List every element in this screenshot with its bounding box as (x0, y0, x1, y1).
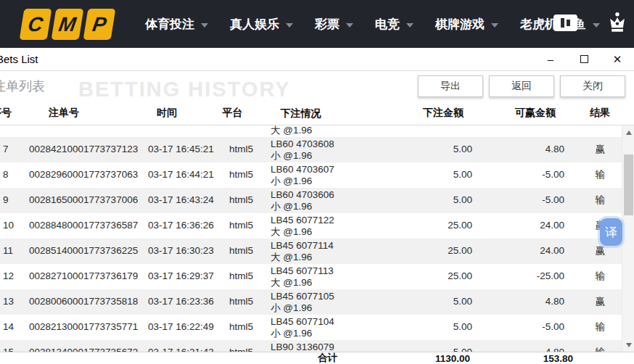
header-win-amount: 可赢金额 (464, 107, 556, 120)
bet-detail-line1: LB45 6077122 (271, 215, 377, 226)
window-title: Bets List (0, 53, 38, 65)
cell-serial: 7 (0, 137, 29, 162)
table-row: 13 00280060001773735818 03-17 16:23:36 h… (0, 289, 622, 315)
translate-bubble-icon[interactable]: 译 (600, 218, 622, 246)
scroll-up-button[interactable] (622, 127, 634, 138)
header-platform: 平台 (209, 107, 256, 120)
cell-platform: html5 (218, 162, 265, 188)
cell-time: 03-17 16:29:37 (145, 264, 218, 289)
chevron-down-icon (406, 23, 413, 28)
cell-platform (218, 125, 265, 137)
cell-bet-detail: LB60 4703607 小 @1.96 (265, 162, 377, 188)
scroll-down-button[interactable] (622, 339, 634, 350)
cell-result: 输 (564, 264, 622, 289)
cell-serial (0, 125, 29, 137)
cell-serial: 13 (0, 289, 29, 315)
bet-detail-line1: LB45 6077105 (271, 291, 377, 302)
cell-win-amount (472, 125, 564, 137)
cell-time: 03-17 16:22:49 (145, 315, 218, 340)
logo-letter-box: C (20, 9, 52, 40)
cell-platform: html5 (218, 264, 265, 289)
cell-win-amount: 24.00 (472, 213, 564, 239)
maximize-icon (580, 55, 588, 63)
menu-label: 棋牌游戏 (435, 16, 485, 33)
bet-detail-line2: 小 @1.96 (271, 302, 377, 314)
bet-detail-line1: LB45 6077113 (271, 265, 377, 277)
cell-serial: 9 (0, 188, 29, 213)
table-footer-row: 合计 1130.00 153.80 (0, 352, 634, 364)
cell-bet-number: 00281340001773735672 (29, 340, 145, 352)
close-button[interactable]: 关闭 (560, 75, 625, 97)
export-button[interactable]: 导出 (418, 75, 483, 97)
cell-time (145, 125, 218, 137)
cell-win-amount: 4.80 (472, 137, 564, 162)
bet-detail-line2: 大 @1.96 (271, 277, 377, 289)
minimize-button[interactable]: – (534, 48, 567, 70)
cell-time: 03-17 16:21:43 (145, 340, 218, 352)
cell-time: 03-17 16:43:24 (145, 188, 218, 213)
table-row: 8 00282960001773737063 03-17 16:44:21 ht… (0, 162, 622, 188)
cell-bet-amount: 5.00 (377, 188, 472, 213)
cell-bet-number: 00280060001773735818 (29, 289, 145, 315)
cell-bet-detail: LB45 6077104 小 @1.96 (265, 315, 377, 340)
chevron-down-icon (201, 23, 208, 28)
table-row: 大 @1.96 (0, 125, 622, 137)
cell-bet-amount: 25.00 (377, 264, 472, 289)
cell-bet-detail: LB60 4703606 小 @1.96 (265, 188, 377, 213)
cell-bet-detail: LB45 6077113 大 @1.96 (265, 264, 377, 289)
main-menu: 体育投注 真人娱乐 彩票 电竞 棋牌游戏 老虎机·捕鱼 (145, 16, 622, 33)
vertical-scrollbar[interactable] (622, 125, 634, 352)
cell-platform: html5 (218, 315, 265, 340)
cmp-logo[interactable]: C M P (22, 9, 118, 40)
cell-bet-amount: 25.00 (377, 239, 472, 264)
menu-item-sports[interactable]: 体育投注 (145, 16, 208, 33)
menu-item-card-games[interactable]: 棋牌游戏 (435, 16, 498, 33)
menu-item-live-casino[interactable]: 真人娱乐 (230, 16, 293, 33)
overlay-badge-icon (553, 15, 577, 31)
back-button[interactable]: 返回 (489, 75, 554, 97)
cell-platform: html5 (218, 289, 265, 315)
logo-letter-box: P (83, 9, 116, 40)
cell-win-amount: -5.00 (472, 315, 564, 340)
menu-item-esports[interactable]: 电竞 (375, 16, 413, 33)
cell-bet-number: 00282130001773735771 (29, 315, 145, 340)
cell-bet-detail: LB45 6077114 大 @1.96 (265, 239, 377, 264)
cell-serial: 11 (0, 239, 29, 264)
top-navbar: C M P 体育投注 真人娱乐 彩票 电竞 棋牌游戏 老虎机·捕鱼 (0, 0, 634, 48)
close-window-button[interactable]: ✕ (601, 48, 634, 70)
menu-item-lottery[interactable]: 彩票 (315, 16, 353, 33)
cell-bet-number: 00284210001773737123 (29, 137, 145, 162)
cell-serial: 15 (0, 340, 29, 352)
cell-time: 03-17 16:30:23 (145, 239, 218, 264)
header-bet-number: 注单号 (20, 107, 136, 120)
cell-result (564, 125, 622, 137)
cell-bet-amount: 5.00 (377, 162, 472, 188)
menu-label: 真人娱乐 (230, 16, 279, 33)
cell-bet-amount (377, 125, 472, 137)
table-row: 14 00282130001773735771 03-17 16:22:49 h… (0, 315, 622, 340)
bet-detail-line2: 大 @1.96 (271, 125, 377, 136)
window-titlebar: Bets List – ✕ (0, 48, 634, 71)
cell-platform: html5 (218, 137, 265, 162)
cell-result: 赢 (564, 289, 622, 315)
crown-icon[interactable] (606, 12, 628, 35)
table-row: 7 00284210001773737123 03-17 16:45:21 ht… (0, 137, 622, 162)
cell-result: 输 (564, 340, 622, 352)
menu-label: 电竞 (375, 16, 400, 33)
cell-bet-detail: LB60 4703608 小 @1.96 (265, 137, 377, 162)
bet-detail-line1: LB60 4703607 (271, 164, 377, 175)
chevron-down-icon (286, 23, 293, 28)
partial-row-bottom: 15 00281340001773735672 03-17 16:21:43 h… (0, 340, 622, 352)
maximize-button[interactable] (567, 48, 601, 70)
bet-detail-line1: LB45 6077114 (271, 240, 377, 252)
page-title: 注单列表 (0, 78, 45, 95)
header-bet-detail: 下注情况 (256, 102, 369, 125)
page-header: 注单列表 BETTING HISTORY 导出 返回 关闭 (0, 71, 634, 102)
bet-detail-line2: 大 @1.96 (271, 252, 377, 263)
bet-detail-line2: 小 @1.96 (271, 201, 377, 212)
scrollbar-thumb[interactable] (624, 154, 633, 215)
bet-detail-line1: LB45 6077104 (271, 316, 377, 328)
cell-bet-detail: 大 @1.96 (265, 125, 377, 137)
bet-detail-line2: 小 @1.96 (271, 175, 377, 187)
bet-detail-line1: LB60 4703608 (271, 138, 377, 150)
